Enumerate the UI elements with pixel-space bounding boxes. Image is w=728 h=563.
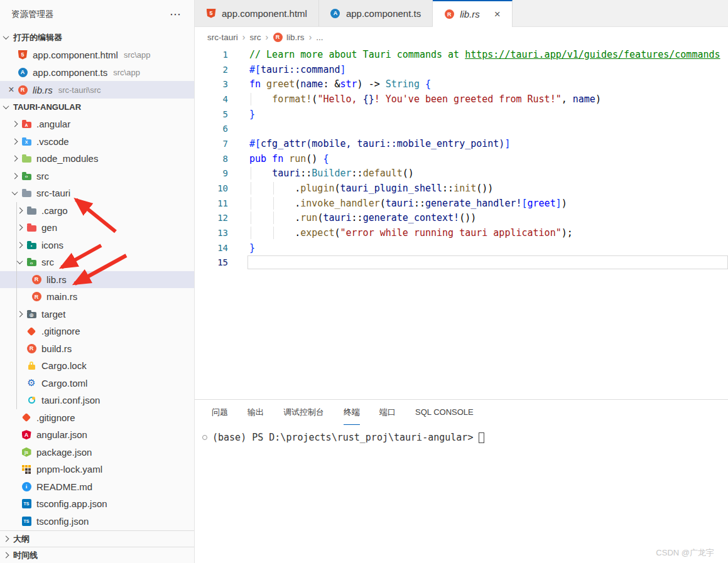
panel-tab-SQL CONSOLE[interactable]: SQL CONSOLE	[415, 400, 474, 425]
line-number: 13	[195, 228, 228, 238]
breadcrumb-item-lib.rs[interactable]: Rlib.rs	[273, 32, 305, 42]
code-editor[interactable]: 1// Learn more about Tauri commands at h…	[195, 47, 728, 399]
tree-item-.cargo[interactable]: .cargo	[0, 202, 194, 220]
code-line[interactable]: 10 .plugin(tauri_plugin_shell::init())	[195, 181, 728, 196]
code-line[interactable]: 2#[tauri::command]	[195, 62, 728, 77]
tree-item-tsconfig.app.json[interactable]: TStsconfig.app.json	[0, 495, 194, 513]
chevron-right-icon	[16, 242, 23, 248]
vscode-window: 资源管理器 ⋯ 打开的编辑器 5app.component.htmlsrc\ap…	[0, 0, 728, 563]
chevron-down-icon	[3, 33, 9, 40]
tree-item-gen[interactable]: gen	[0, 219, 194, 237]
sidebar-section-时间线[interactable]: 时间线	[0, 547, 194, 563]
tree-item-.angular[interactable]: A.angular	[0, 115, 194, 133]
breadcrumb-item-src-tauri[interactable]: src-tauri	[207, 33, 238, 42]
line-content: .run(tauri::generate_context!())	[247, 211, 728, 225]
chevron-right-icon	[11, 173, 18, 179]
tree-item-angular.json[interactable]: Aangular.json	[0, 426, 194, 444]
open-editor-app.component.html[interactable]: 5app.component.htmlsrc\app	[0, 46, 194, 63]
breadcrumb-label: ...	[316, 33, 323, 42]
sidebar-bottom-sections: 大纲时间线	[0, 530, 194, 563]
terminal[interactable]: (base) PS D:\projects\rust_proj\tauri-an…	[195, 432, 728, 443]
tree-item-.gitignore[interactable]: .gitignore	[0, 323, 194, 340]
line-content: pub fn run() {	[247, 152, 728, 166]
breadcrumb-separator: ›	[242, 32, 246, 42]
tree-item-icons[interactable]: ▪icons	[0, 237, 194, 254]
tree-item-src[interactable]: ‹›src	[0, 254, 194, 271]
angular-ts-icon: A	[18, 67, 28, 77]
sidebar-section-大纲[interactable]: 大纲	[0, 530, 194, 547]
tab-lib.rs[interactable]: Rlib.rs×	[433, 0, 513, 27]
tab-app.component.ts[interactable]: Aapp.component.ts	[319, 0, 433, 26]
tree-item-Cargo.lock[interactable]: Cargo.lock	[0, 357, 194, 375]
open-editors-header[interactable]: 打开的编辑器	[0, 29, 194, 46]
code-line[interactable]: 15	[195, 255, 728, 271]
tree-item-node_modules[interactable]: node_modules	[0, 150, 194, 168]
sidebar-title-row: 资源管理器 ⋯	[0, 0, 194, 29]
close-icon[interactable]: ×	[494, 8, 501, 21]
file-path: src-tauri\src	[58, 85, 101, 95]
line-number: 10	[195, 183, 228, 193]
tree-item-.vscode[interactable]: X.vscode	[0, 133, 194, 151]
code-line[interactable]: 7#[cfg_attr(mobile, tauri::mobile_entry_…	[195, 136, 728, 151]
code-line[interactable]: 5}	[195, 107, 728, 122]
panel-tab-调试控制台[interactable]: 调试控制台	[283, 400, 324, 425]
line-content: fn greet(name: &str) -> String {	[247, 77, 728, 91]
file-label: main.rs	[46, 291, 77, 302]
open-editor-lib.rs[interactable]: ×Rlib.rssrc-tauri\src	[0, 81, 194, 99]
tree-item-tsconfig.json[interactable]: TStsconfig.json	[0, 513, 194, 530]
code-line[interactable]: 1// Learn more about Tauri commands at h…	[195, 47, 728, 62]
chevron-down-icon	[16, 258, 23, 264]
code-line[interactable]: 14}	[195, 240, 728, 255]
line-content: .invoke_handler(tauri::generate_handler!…	[247, 196, 728, 210]
file-label: .gitignore	[36, 412, 75, 423]
tree-item-Cargo.toml[interactable]: ⚙Cargo.toml	[0, 375, 194, 392]
breadcrumb-item-...[interactable]: ...	[316, 33, 323, 42]
file-label: angular.json	[36, 429, 87, 440]
code-line[interactable]: 4 format!("Hello, {}! You've been greete…	[195, 92, 728, 107]
breadcrumb-item-src[interactable]: src	[249, 33, 261, 42]
close-icon[interactable]: ×	[5, 84, 18, 95]
rust-icon: R	[26, 343, 36, 353]
code-line[interactable]: 8pub fn run() {	[195, 151, 728, 166]
file-label: src	[36, 171, 49, 181]
chevron-down-icon	[3, 103, 9, 109]
code-line[interactable]: 12 .run(tauri::generate_context!())	[195, 211, 728, 226]
panel-tab-终端[interactable]: 终端	[344, 400, 360, 425]
tree-item-target[interactable]: ◎target	[0, 306, 194, 323]
tab-app.component.html[interactable]: 5app.component.html	[195, 0, 319, 26]
tree-item-README.md[interactable]: iREADME.md	[0, 478, 194, 496]
line-content: format!("Hello, {}! You've been greeted …	[247, 92, 728, 106]
code-line[interactable]: 11 .invoke_handler(tauri::generate_handl…	[195, 196, 728, 211]
tree-item-lib.rs[interactable]: Rlib.rs	[0, 271, 194, 289]
tree-item-package.json[interactable]: jspackage.json	[0, 444, 194, 461]
file-label: package.json	[36, 447, 92, 458]
tree-item-pnpm-lock.yaml[interactable]: pnpm-lock.yaml	[0, 461, 194, 478]
code-line[interactable]: 3fn greet(name: &str) -> String {	[195, 77, 728, 92]
file-label: Cargo.toml	[41, 378, 87, 389]
code-line[interactable]: 6	[195, 121, 728, 136]
panel-tab-端口[interactable]: 端口	[379, 400, 396, 425]
tree-item-.gitignore[interactable]: .gitignore	[0, 409, 194, 427]
tree-item-src[interactable]: ‹›src	[0, 168, 194, 185]
code-line[interactable]: 13 .expect("error while running tauri ap…	[195, 225, 728, 240]
breadcrumb-label: lib.rs	[286, 33, 305, 42]
more-actions-icon[interactable]: ⋯	[166, 8, 185, 21]
section-label: 时间线	[13, 550, 38, 561]
file-label: .angular	[36, 119, 70, 129]
panel-tab-输出[interactable]: 输出	[247, 400, 264, 425]
tree-item-src-tauri[interactable]: src-tauri	[0, 185, 194, 202]
line-number: 1	[195, 50, 228, 60]
folder-gen-icon	[26, 223, 36, 233]
git-icon	[21, 412, 31, 422]
tree-item-main.rs[interactable]: Rmain.rs	[0, 288, 194, 306]
project-header[interactable]: TAURI-ANGULAR	[0, 99, 194, 115]
code-line[interactable]: 9 tauri::Builder::default()	[195, 166, 728, 181]
chevron-right-icon	[3, 536, 9, 542]
line-content: .expect("error while running tauri appli…	[247, 226, 728, 240]
tree-item-tauri.conf.json[interactable]: tauri.conf.json	[0, 392, 194, 409]
tree-item-build.rs[interactable]: Rbuild.rs	[0, 340, 194, 358]
breadcrumb-label: src-tauri	[207, 33, 238, 42]
panel-tab-问题[interactable]: 问题	[212, 400, 228, 425]
watermark: CSDN @广龙宇	[656, 547, 714, 559]
open-editor-app.component.ts[interactable]: Aapp.component.tssrc\app	[0, 63, 194, 81]
